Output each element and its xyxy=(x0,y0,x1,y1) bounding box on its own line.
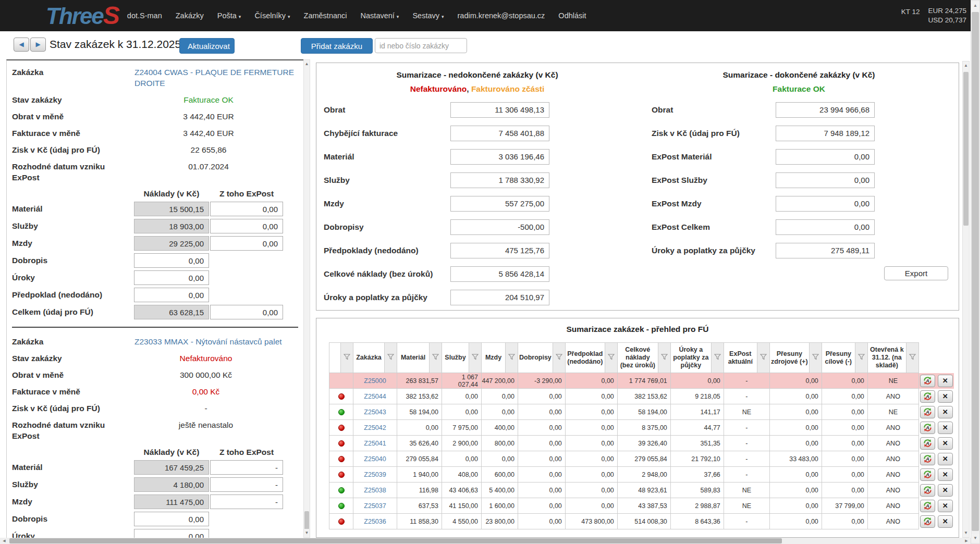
nav-item-sestavy[interactable]: Sestavy▾ xyxy=(412,11,444,20)
refresh-button[interactable]: A xyxy=(920,422,935,434)
nav-item-zak-zky[interactable]: Zakázky xyxy=(176,11,204,20)
refresh-button[interactable]: A xyxy=(920,390,935,403)
done-field-roky-a-poplatky-za-p-j-ky[interactable] xyxy=(776,243,875,258)
refresh-button[interactable]: A xyxy=(920,375,935,387)
arrow-down-icon[interactable]: ▼ xyxy=(963,529,969,537)
arrow-down-icon[interactable]: ▼ xyxy=(971,534,979,542)
open-field-slu-by[interactable] xyxy=(450,172,549,188)
order-link[interactable]: Z25037 xyxy=(364,502,386,510)
open-field-obrat[interactable] xyxy=(450,102,549,118)
delete-button[interactable]: ✕ xyxy=(938,515,953,528)
nav-item-radim-krenek-stopsau-cz[interactable]: radim.krenek@stopsau.cz xyxy=(458,11,545,20)
order-link[interactable]: Z25043 xyxy=(364,409,386,416)
page-scrollbar[interactable]: ▲ ▼ xyxy=(971,0,980,544)
arrow-up-icon[interactable]: ▲ xyxy=(971,2,979,10)
main-scrollbar[interactable]: ▲ ▼ xyxy=(962,61,970,538)
done-field-obrat[interactable] xyxy=(776,102,875,118)
done-field-expost-celkem[interactable] xyxy=(776,219,875,235)
filter-icon[interactable] xyxy=(711,343,724,373)
open-field-chyb-j-c-fakturace[interactable] xyxy=(450,126,549,141)
filter-icon[interactable] xyxy=(469,343,482,373)
filter-icon[interactable] xyxy=(385,343,397,373)
expost-input-celkem-daj-pro-f[interactable] xyxy=(210,305,283,319)
arrow-down-icon[interactable]: ▼ xyxy=(304,529,310,537)
next-button[interactable]: ▶ xyxy=(30,38,46,52)
open-field-celkov-n-klady-bez-rok[interactable] xyxy=(450,266,549,282)
order-link[interactable]: Z25041 xyxy=(364,440,386,447)
order-link[interactable]: Z25042 xyxy=(364,424,386,431)
nav-item-odhl-sit[interactable]: Odhlásit xyxy=(558,11,586,20)
refresh-button[interactable]: A xyxy=(920,437,935,450)
horizontal-scrollbar[interactable]: ◀ ▶ xyxy=(0,538,971,544)
filter-icon[interactable] xyxy=(658,343,670,373)
delete-button[interactable]: ✕ xyxy=(938,422,953,434)
nav-item-seln-ky[interactable]: Číselníky▾ xyxy=(254,11,290,20)
expost-input-slu-by[interactable] xyxy=(210,477,283,492)
filter-icon[interactable] xyxy=(553,343,565,373)
expost-input-materi-l[interactable] xyxy=(210,202,283,216)
filter-icon[interactable] xyxy=(430,343,442,373)
done-field-expost-slu-by[interactable] xyxy=(776,172,875,188)
open-field-roky-a-poplatky-za-p-j-ky[interactable] xyxy=(450,290,549,305)
filter-icon[interactable] xyxy=(809,343,822,373)
arrow-up-icon[interactable]: ▲ xyxy=(304,60,310,68)
search-input[interactable] xyxy=(375,38,467,53)
expost-input-slu-by[interactable] xyxy=(210,219,283,233)
nav-item-nastaven[interactable]: Nastavení▾ xyxy=(361,11,399,20)
delete-button[interactable]: ✕ xyxy=(938,453,953,465)
delete-button[interactable]: ✕ xyxy=(938,375,953,387)
refresh-button[interactable]: A xyxy=(920,515,935,528)
delete-button[interactable]: ✕ xyxy=(938,437,953,450)
scrollbar-thumb[interactable] xyxy=(972,12,979,531)
expost-input-mzdy[interactable] xyxy=(210,494,283,509)
export-button[interactable]: Export xyxy=(884,266,948,280)
refresh-button[interactable]: A xyxy=(920,406,935,418)
open-field-p-edpoklady-nedod-no[interactable] xyxy=(450,243,549,258)
open-field-dobropisy[interactable] xyxy=(450,219,549,235)
nav-item-po-ta[interactable]: Pošta▾ xyxy=(217,11,241,20)
filter-icon[interactable] xyxy=(757,343,769,373)
order-link[interactable]: Z25038 xyxy=(364,487,386,494)
arrow-up-icon[interactable]: ▲ xyxy=(963,61,969,70)
add-order-button[interactable]: Přidat zakázku xyxy=(301,38,373,54)
open-field-materi-l[interactable] xyxy=(450,149,549,165)
arrow-right-icon[interactable]: ▶ xyxy=(962,538,971,544)
refresh-button[interactable]: A xyxy=(920,468,935,481)
order-link[interactable]: Z25039 xyxy=(364,471,386,478)
cost-input-dobropis[interactable] xyxy=(134,253,209,268)
order-link[interactable]: Z24004 CWAS - PLAQUE DE FERMETURE DROITE xyxy=(134,67,303,89)
cost-input-roky[interactable] xyxy=(134,529,209,538)
filter-icon[interactable] xyxy=(906,343,918,373)
filter-icon[interactable] xyxy=(341,343,353,373)
delete-button[interactable]: ✕ xyxy=(938,500,953,512)
refresh-button[interactable]: A xyxy=(920,484,935,497)
order-link[interactable]: Z25040 xyxy=(364,455,386,463)
order-link[interactable]: Z23033 MMAX - Nýtování nástavců palet xyxy=(134,336,298,347)
refresh-button[interactable]: A xyxy=(920,453,935,465)
filter-icon[interactable] xyxy=(855,343,867,373)
cost-input-dobropis[interactable] xyxy=(134,512,209,526)
scrollbar-thumb[interactable] xyxy=(9,538,782,543)
filter-icon[interactable] xyxy=(506,343,518,373)
delete-button[interactable]: ✕ xyxy=(938,390,953,403)
nav-item-zam-stnanci[interactable]: Zaměstnanci xyxy=(304,11,347,20)
order-link[interactable]: Z25000 xyxy=(364,377,386,385)
orders-panel-scrollbar[interactable]: ▲ ▼ xyxy=(303,59,310,538)
expost-input-mzdy[interactable] xyxy=(210,236,283,251)
refresh-button[interactable]: Aktualizovat xyxy=(179,38,235,54)
nav-item-dot-s-man[interactable]: dot.S-man xyxy=(127,11,162,20)
order-link[interactable]: Z25044 xyxy=(364,393,386,400)
cost-input-p-edpoklad-nedod-no[interactable] xyxy=(134,288,209,302)
open-field-mzdy[interactable] xyxy=(450,196,549,212)
refresh-button[interactable]: A xyxy=(920,500,935,512)
scrollbar-thumb[interactable] xyxy=(963,72,969,226)
app-logo[interactable]: ThreeS xyxy=(46,0,119,32)
scrollbar-thumb[interactable] xyxy=(304,511,309,530)
filter-icon[interactable] xyxy=(605,343,617,373)
done-field-expost-mzdy[interactable] xyxy=(776,196,875,212)
cost-input-roky[interactable] xyxy=(134,270,209,285)
done-field-zisk-v-k-daj-pro-f[interactable] xyxy=(776,126,875,141)
expost-input-materi-l[interactable] xyxy=(210,460,283,475)
prev-button[interactable]: ◀ xyxy=(14,38,29,52)
done-field-expost-materi-l[interactable] xyxy=(776,149,875,165)
